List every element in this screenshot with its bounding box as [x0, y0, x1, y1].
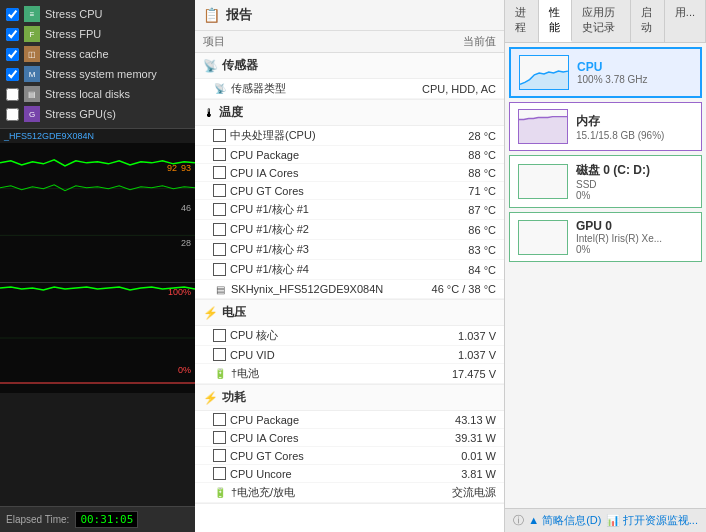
row-icon-cpu-box: [213, 263, 226, 276]
section-title-voltage: 电压: [222, 304, 246, 321]
perf-graph-disk: [518, 164, 568, 199]
stress-checkbox-memory[interactable]: [6, 68, 19, 81]
table-row[interactable]: CPU VID1.037 V: [195, 346, 504, 364]
tab-startup[interactable]: 启动: [631, 0, 665, 42]
row-value: 83 °C: [396, 244, 496, 256]
perf-detail-memory: 15.1/15.8 GB (96%): [576, 130, 693, 141]
perf-name-gpu: GPU 0: [576, 219, 693, 233]
table-row[interactable]: CPU IA Cores39.31 W: [195, 429, 504, 447]
col-item: 项目: [203, 34, 396, 49]
middle-content: 📡传感器📡传感器类型CPU, HDD, AC🌡温度中央处理器(CPU)28 °C…: [195, 53, 504, 504]
row-value: 0.01 W: [396, 450, 496, 462]
row-icon-cpu-box: [213, 129, 226, 142]
row-icon-cpu-box: [213, 243, 226, 256]
row-value: 交流电源: [396, 485, 496, 500]
stress-checkbox-cache[interactable]: [6, 48, 19, 61]
row-value: 46 °C / 38 °C: [396, 283, 496, 295]
stress-label-fpu: Stress FPU: [45, 28, 101, 40]
tab-more[interactable]: 用...: [665, 0, 706, 42]
row-label: †电池充/放电: [231, 485, 396, 500]
row-value: 71 °C: [396, 185, 496, 197]
stress-item-disks[interactable]: ▤Stress local disks: [6, 84, 189, 104]
stress-item-gpu[interactable]: GStress GPU(s): [6, 104, 189, 124]
table-row[interactable]: 🔋†电池充/放电交流电源: [195, 483, 504, 503]
row-label: CPU IA Cores: [230, 167, 396, 179]
section-header-temp: 🌡温度: [195, 100, 504, 126]
info-icon: ⓘ: [513, 513, 524, 528]
table-row[interactable]: CPU #1/核心 #484 °C: [195, 260, 504, 280]
row-label: CPU #1/核心 #3: [230, 242, 396, 257]
table-row[interactable]: CPU GT Cores71 °C: [195, 182, 504, 200]
left-panel: ≡Stress CPUFStress FPU◫Stress cacheMStre…: [0, 0, 195, 532]
row-value: 28 °C: [396, 130, 496, 142]
section-header-power: ⚡功耗: [195, 385, 504, 411]
stress-item-cache[interactable]: ◫Stress cache: [6, 44, 189, 64]
table-row[interactable]: 🔋†电池17.475 V: [195, 364, 504, 384]
table-row[interactable]: CPU Package43.13 W: [195, 411, 504, 429]
stress-checkbox-gpu[interactable]: [6, 108, 19, 121]
stress-item-memory[interactable]: MStress system memory: [6, 64, 189, 84]
stress-item-fpu[interactable]: FStress FPU: [6, 24, 189, 44]
table-row[interactable]: 📡传感器类型CPU, HDD, AC: [195, 79, 504, 99]
table-row[interactable]: CPU GT Cores0.01 W: [195, 447, 504, 465]
summary-link[interactable]: ▲ 简略信息(D): [528, 513, 601, 528]
row-icon-cpu-box: [213, 148, 226, 161]
table-row[interactable]: 中央处理器(CPU)28 °C: [195, 126, 504, 146]
stress-item-cpu[interactable]: ≡Stress CPU: [6, 4, 189, 24]
tab-perf[interactable]: 性能: [539, 0, 573, 42]
row-label: 中央处理器(CPU): [230, 128, 396, 143]
table-row[interactable]: CPU #1/核心 #286 °C: [195, 220, 504, 240]
row-icon-battery: 🔋: [213, 367, 227, 381]
table-row[interactable]: CPU #1/核心 #383 °C: [195, 240, 504, 260]
row-label: CPU Uncore: [230, 468, 396, 480]
tab-history[interactable]: 应用历史记录: [572, 0, 631, 42]
table-header: 项目 当前值: [195, 31, 504, 53]
perf-item-disk[interactable]: 磁盘 0 (C: D:)SSD0%: [509, 155, 702, 208]
stress-icon-gpu: G: [24, 106, 40, 122]
stress-checkbox-fpu[interactable]: [6, 28, 19, 41]
perf-graph-cpu: [519, 55, 569, 90]
perf-items: CPU100% 3.78 GHz内存15.1/15.8 GB (96%)磁盘 0…: [505, 43, 706, 508]
stress-icon-cache: ◫: [24, 46, 40, 62]
stress-checkbox-cpu[interactable]: [6, 8, 19, 21]
row-label: CPU GT Cores: [230, 185, 396, 197]
row-label: 传感器类型: [231, 81, 396, 96]
tab-process[interactable]: 进程: [505, 0, 539, 42]
stress-label-disks: Stress local disks: [45, 88, 130, 100]
row-icon-cpu-box: [213, 449, 226, 462]
report-header: 📋 报告: [195, 0, 504, 31]
section-header-voltage: ⚡电压: [195, 300, 504, 326]
row-label: CPU IA Cores: [230, 432, 396, 444]
row-value: 86 °C: [396, 224, 496, 236]
perf-item-memory[interactable]: 内存15.1/15.8 GB (96%): [509, 102, 702, 151]
stress-checkbox-disks[interactable]: [6, 88, 19, 101]
open-monitor-link[interactable]: 📊 打开资源监视...: [606, 513, 698, 528]
table-row[interactable]: CPU Package88 °C: [195, 146, 504, 164]
bottom-bar-right: ⓘ ▲ 简略信息(D) 📊 打开资源监视...: [505, 508, 706, 532]
section-temp: 🌡温度中央处理器(CPU)28 °CCPU Package88 °CCPU IA…: [195, 100, 504, 300]
perf-item-gpu[interactable]: GPU 0Intel(R) Iris(R) Xe...0%: [509, 212, 702, 262]
perf-item-cpu[interactable]: CPU100% 3.78 GHz: [509, 47, 702, 98]
perf-detail-disk: SSD0%: [576, 179, 693, 201]
row-value: 88 °C: [396, 167, 496, 179]
perf-info-memory: 内存15.1/15.8 GB (96%): [576, 113, 693, 141]
table-row[interactable]: ▤SKHynix_HFS512GDE9X084N46 °C / 38 °C: [195, 280, 504, 299]
row-icon-cpu-box: [213, 329, 226, 342]
graph-val-100: 100%: [168, 287, 191, 297]
table-row[interactable]: CPU #1/核心 #187 °C: [195, 200, 504, 220]
section-icon-voltage: ⚡: [203, 306, 218, 320]
row-icon-cpu-box: [213, 166, 226, 179]
table-row[interactable]: CPU Uncore3.81 W: [195, 465, 504, 483]
table-row[interactable]: CPU 核心1.037 V: [195, 326, 504, 346]
cpu-graph: 93 92 46 28: [0, 143, 195, 283]
perf-name-cpu: CPU: [577, 60, 692, 74]
svg-rect-0: [0, 143, 195, 282]
stress-options: ≡Stress CPUFStress FPU◫Stress cacheMStre…: [0, 0, 195, 129]
row-icon-cpu-box: [213, 203, 226, 216]
row-label: CPU Package: [230, 149, 396, 161]
table-row[interactable]: CPU IA Cores88 °C: [195, 164, 504, 182]
section-icon-sensor: 📡: [203, 59, 218, 73]
row-label: CPU #1/核心 #1: [230, 202, 396, 217]
perf-graph-memory: [518, 109, 568, 144]
row-icon-cpu-box: [213, 467, 226, 480]
